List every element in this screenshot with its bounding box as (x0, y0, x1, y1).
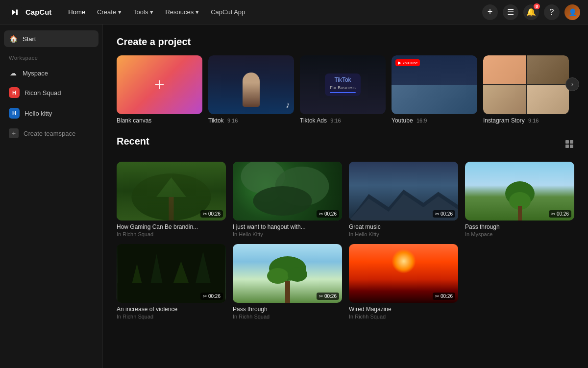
scissors-icon: ✂ (319, 211, 323, 217)
pass-through-1-thumb: ✂ 00:26 (465, 162, 574, 221)
project-cards-row: + Blank canvas ♪ Tiktok 9:16 (117, 55, 574, 124)
nav-links: Home Create ▾ Tools ▾ Resouces ▾ CapCut … (63, 5, 250, 19)
nav-capcut-app[interactable]: CapCut App (206, 5, 250, 19)
main-content: Create a project + Blank canvas ♪ (103, 25, 588, 368)
insta-cell-1 (483, 55, 526, 84)
chevron-right-icon: › (571, 81, 573, 88)
project-card-blank[interactable]: + Blank canvas (117, 55, 202, 124)
recent-card-wired-magazine[interactable]: ✂ 00:26 Wired Magazine In Richh Squad (349, 244, 458, 319)
pass-through-1-workspace: In Myspace (465, 231, 574, 237)
gaming-workspace: In Richh Squad (117, 231, 226, 237)
recent-grid: ✂ 00:26 How Gaming Can Be brandin... In … (117, 162, 574, 319)
insta-cell-3 (483, 85, 526, 114)
tiktok-label: Tiktok 9:16 (208, 117, 294, 124)
cloud-icon: ☁ (9, 69, 18, 77)
duration-badge-wired-magazine: ✂ 00:26 (433, 293, 455, 300)
grid-view-button[interactable] (564, 139, 574, 151)
svg-rect-3 (570, 140, 573, 144)
duration-badge-gaming: ✂ 00:26 (200, 210, 223, 218)
nav-home[interactable]: Home (63, 5, 90, 19)
pass-through-1-name: Pass through (465, 223, 574, 230)
wired-magazine-workspace: In Richh Squad (349, 314, 458, 319)
add-project-icon: + (154, 74, 165, 95)
svg-rect-2 (565, 140, 569, 144)
main-layout: 🏠 Start Workspace ☁ Myspace H Ricoh Squa… (0, 25, 588, 368)
violence-thumb: ✂ 00:26 (117, 244, 226, 303)
sidebar-ricoh-label: Ricoh Squad (24, 89, 61, 97)
recent-header: Recent (117, 136, 574, 155)
recent-card-hangout[interactable]: ✂ 00:26 I just want to hangout with... I… (233, 162, 342, 237)
create-teamspace-button[interactable]: + Create teamspace (4, 124, 98, 142)
insta-cell-4 (527, 85, 569, 114)
insta-cell-2 (527, 55, 569, 84)
recent-card-pass-through-2[interactable]: ✂ 00:26 Pass through In Richh Squad (233, 244, 342, 319)
recent-card-great-music[interactable]: ✂ 00:26 Great music In Hello Kitty (349, 162, 458, 237)
instagram-bg (483, 55, 569, 114)
instagram-thumb (483, 55, 569, 114)
scissors-icon: ✂ (319, 294, 323, 299)
help-button[interactable]: ? (544, 4, 560, 20)
great-music-thumb: ✂ 00:26 (349, 162, 458, 221)
chevron-down-icon: ▾ (118, 8, 122, 16)
blank-canvas-label: Blank canvas (117, 117, 202, 124)
gaming-name: How Gaming Can Be brandin... (117, 223, 226, 230)
recent-card-gaming[interactable]: ✂ 00:26 How Gaming Can Be brandin... In … (117, 162, 226, 237)
duration-badge-pass-through-1: ✂ 00:26 (549, 210, 571, 218)
hangout-name: I just want to hangout with... (233, 223, 342, 230)
recent-card-pass-through-1[interactable]: ✂ 00:26 Pass through In Myspace (465, 162, 574, 237)
add-button[interactable]: + (482, 4, 498, 20)
tabs-button[interactable]: ☰ (503, 4, 518, 20)
sidebar-start-label: Start (23, 35, 36, 43)
tiktok-ads-inner: TikTok For Business (325, 74, 361, 96)
scissors-icon: ✂ (203, 294, 207, 299)
project-card-tiktok[interactable]: ♪ Tiktok 9:16 (208, 55, 294, 124)
tiktok-bg: ♪ (208, 55, 294, 114)
ricoh-squad-icon: H (9, 87, 20, 98)
sidebar-item-hello-kitty[interactable]: H Hello kitty (4, 104, 98, 123)
tiktok-ads-thumb: TikTok For Business (300, 55, 386, 114)
pass-through-2-thumb: ✂ 00:26 (233, 244, 342, 303)
project-card-tiktok-ads[interactable]: TikTok For Business Tiktok Ads 9:16 (300, 55, 386, 124)
home-icon: 🏠 (9, 34, 18, 43)
hello-kitty-icon: H (9, 108, 20, 119)
scissors-icon: ✂ (551, 211, 555, 217)
violence-workspace: In Richh Squad (117, 314, 226, 319)
project-card-youtube[interactable]: ▶ YouTube Youtube 16:9 (392, 55, 477, 124)
sidebar-item-myspace[interactable]: ☁ Myspace (4, 65, 98, 81)
top-navigation: CapCut Home Create ▾ Tools ▾ Resouces ▾ … (0, 0, 588, 25)
sidebar-item-ricoh-squad[interactable]: H Ricoh Squad (4, 83, 98, 102)
gaming-thumb: ✂ 00:26 (117, 162, 226, 221)
recent-card-violence[interactable]: ✂ 00:26 An increase of violence In Richh… (117, 244, 226, 319)
hangout-workspace: In Hello Kitty (233, 231, 342, 237)
app-logo[interactable]: CapCut (8, 5, 51, 19)
sidebar-myspace-label: Myspace (23, 70, 48, 77)
great-music-name: Great music (349, 223, 458, 230)
nav-tools[interactable]: Tools ▾ (128, 5, 158, 19)
create-project-title: Create a project (117, 36, 574, 48)
scissors-icon: ✂ (435, 294, 439, 299)
sidebar-hello-kitty-label: Hello kitty (24, 110, 52, 117)
plus-icon: + (488, 7, 493, 17)
svg-point-11 (253, 186, 312, 216)
user-avatar[interactable]: 👤 (564, 4, 580, 20)
project-card-instagram[interactable]: Instagram Story 9:16 (483, 55, 569, 124)
sidebar: 🏠 Start Workspace ☁ Myspace H Ricoh Squa… (0, 25, 103, 368)
instagram-label: Instagram Story 9:16 (483, 117, 569, 124)
scroll-right-arrow[interactable]: › (565, 77, 579, 91)
sidebar-item-start[interactable]: 🏠 Start (4, 30, 98, 47)
scissors-icon: ✂ (203, 211, 207, 217)
scissors-icon: ✂ (435, 211, 439, 217)
workspace-label: Workspace (4, 49, 98, 63)
svg-rect-4 (565, 145, 569, 148)
pass-through-2-name: Pass through (233, 306, 342, 313)
youtube-play-icon: ▶ YouTube (395, 59, 420, 66)
duration-badge-violence: ✂ 00:26 (200, 293, 223, 300)
wired-magazine-thumb: ✂ 00:26 (349, 244, 458, 303)
duration-badge-great-music: ✂ 00:26 (433, 210, 455, 218)
tiktok-ads-bg: TikTok For Business (300, 55, 386, 114)
help-icon: ? (550, 8, 554, 17)
svg-rect-26 (285, 281, 290, 303)
nav-create[interactable]: Create ▾ (92, 5, 126, 19)
nav-resources[interactable]: Resouces ▾ (160, 5, 204, 19)
notifications-button[interactable]: 🔔 8 (523, 4, 539, 20)
